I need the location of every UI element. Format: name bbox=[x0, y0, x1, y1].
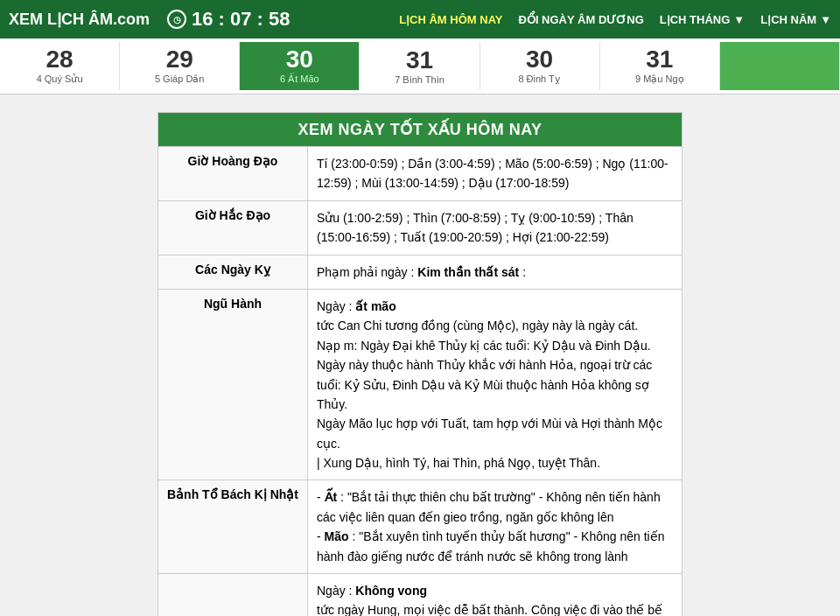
cal-cell-4[interactable]: 30 8 Đinh Tỵ bbox=[480, 42, 600, 90]
calendar-strip: 28 4 Quý Sửu 29 5 Giáp Dần 30 6 Ất Mão 3… bbox=[0, 38, 840, 94]
tốt-xấu-table: XEM NGÀY TỐT XẤU HÔM NAY Giờ Hoàng Đạo T… bbox=[158, 112, 682, 616]
nav-link-lich-am-hom-nay[interactable]: LỊCH ÂM HÔM NAY bbox=[399, 13, 502, 26]
content-ngu-hanh: Ngày : ất mão tức Can Chi tương đồng (cù… bbox=[308, 289, 682, 480]
main-content: XEM NGÀY TỐT XẤU HÔM NAY Giờ Hoàng Đạo T… bbox=[158, 112, 682, 616]
navbar: XEM LỊCH ÂM.com ◷ 16 : 07 : 58 LỊCH ÂM H… bbox=[0, 0, 840, 38]
label-ngu-hanh: Ngũ Hành bbox=[158, 289, 308, 480]
table-row-banh-to: Bảnh Tổ Bách Kị Nhật - Ất : "Bắt tải thự… bbox=[158, 480, 682, 574]
table-row-ngay-ky: Các Ngày Kỵ Phạm phải ngày : Kim thần th… bbox=[158, 255, 682, 289]
content-khong-vong: Ngày : Không vong tức ngày Hung, mọi việ… bbox=[308, 574, 682, 616]
content-banh-to: - Ất : "Bắt tải thực thiên chu bất trườn… bbox=[308, 480, 682, 574]
section-title: XEM NGÀY TỐT XẤU HÔM NAY bbox=[158, 113, 682, 147]
content-hoang-dao: Tí (23:00-0:59) ; Dần (3:00-4:59) ; Mão … bbox=[308, 147, 682, 201]
label-ngay-ky: Các Ngày Kỵ bbox=[158, 255, 308, 289]
clock-display: ◷ 16 : 07 : 58 bbox=[167, 8, 290, 31]
label-banh-to: Bảnh Tổ Bách Kị Nhật bbox=[158, 480, 308, 574]
brand: XEM LỊCH ÂM.com bbox=[9, 10, 150, 29]
chevron-down-icon-2: ▼ bbox=[820, 13, 831, 26]
cal-cell-3[interactable]: 31 7 Bính Thìn bbox=[360, 42, 480, 90]
nav-link-lich-nam[interactable]: LỊCH NĂM ▼ bbox=[760, 13, 831, 26]
table-row-hoang-dao: Giờ Hoàng Đạo Tí (23:00-0:59) ; Dần (3:0… bbox=[158, 147, 682, 201]
nav-link-doi-ngay[interactable]: ĐỔI NGÀY ÂM DƯƠNG bbox=[519, 13, 644, 26]
cal-cell-1[interactable]: 29 5 Giáp Dần bbox=[120, 42, 240, 90]
nav-link-lich-thang[interactable]: LỊCH THÁNG ▼ bbox=[660, 13, 745, 26]
nav-links: LỊCH ÂM HÔM NAY ĐỔI NGÀY ÂM DƯƠNG LỊCH T… bbox=[399, 13, 831, 26]
chevron-down-icon: ▼ bbox=[733, 13, 745, 26]
label-hac-dao: Giờ Hắc Đạo bbox=[158, 200, 308, 255]
page-wrapper: XEM LỊCH ÂM.com ◷ 16 : 07 : 58 LỊCH ÂM H… bbox=[0, 0, 840, 616]
cal-cell-5[interactable]: 31 9 Mậu Ngọ bbox=[600, 42, 720, 90]
clock-icon: ◷ bbox=[167, 10, 186, 29]
table-row-ngu-hanh: Ngũ Hành Ngày : ất mão tức Can Chi tương… bbox=[158, 289, 682, 480]
cal-cell-0[interactable]: 28 4 Quý Sửu bbox=[0, 42, 120, 90]
cal-cell-6[interactable] bbox=[720, 42, 840, 90]
content-hac-dao: Sửu (1:00-2:59) ; Thìn (7:00-8:59) ; Tỵ … bbox=[308, 200, 682, 255]
content-ngay-ky: Phạm phải ngày : Kim thần thất sát : bbox=[308, 255, 682, 289]
table-row-khong-vong: Ngày : Không vong tức ngày Hung, mọi việ… bbox=[158, 574, 682, 616]
table-row-hac-dao: Giờ Hắc Đạo Sửu (1:00-2:59) ; Thìn (7:00… bbox=[158, 200, 682, 255]
cal-cell-2-active[interactable]: 30 6 Ất Mão bbox=[240, 42, 360, 90]
spacer bbox=[0, 94, 840, 112]
label-khong-vong bbox=[158, 574, 308, 616]
clock-time: 16 : 07 : 58 bbox=[192, 8, 290, 31]
label-hoang-dao: Giờ Hoàng Đạo bbox=[158, 147, 308, 201]
